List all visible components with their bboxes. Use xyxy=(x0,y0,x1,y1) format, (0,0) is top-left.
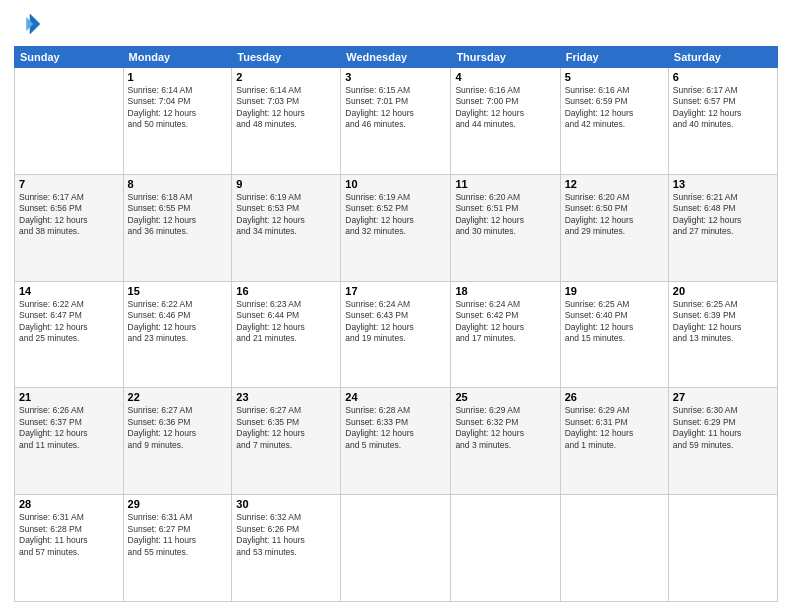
day-number: 3 xyxy=(345,71,446,83)
header xyxy=(14,10,778,38)
day-info: Sunrise: 6:20 AM Sunset: 6:51 PM Dayligh… xyxy=(455,192,555,238)
day-info: Sunrise: 6:25 AM Sunset: 6:39 PM Dayligh… xyxy=(673,299,773,345)
day-number: 10 xyxy=(345,178,446,190)
day-cell: 7Sunrise: 6:17 AM Sunset: 6:56 PM Daylig… xyxy=(15,174,124,281)
day-cell xyxy=(341,495,451,602)
day-number: 27 xyxy=(673,391,773,403)
col-header-saturday: Saturday xyxy=(668,47,777,68)
day-info: Sunrise: 6:21 AM Sunset: 6:48 PM Dayligh… xyxy=(673,192,773,238)
day-info: Sunrise: 6:14 AM Sunset: 7:04 PM Dayligh… xyxy=(128,85,228,131)
day-number: 15 xyxy=(128,285,228,297)
day-cell: 29Sunrise: 6:31 AM Sunset: 6:27 PM Dayli… xyxy=(123,495,232,602)
day-info: Sunrise: 6:22 AM Sunset: 6:47 PM Dayligh… xyxy=(19,299,119,345)
day-cell: 15Sunrise: 6:22 AM Sunset: 6:46 PM Dayli… xyxy=(123,281,232,388)
day-cell: 30Sunrise: 6:32 AM Sunset: 6:26 PM Dayli… xyxy=(232,495,341,602)
day-cell: 19Sunrise: 6:25 AM Sunset: 6:40 PM Dayli… xyxy=(560,281,668,388)
day-cell: 8Sunrise: 6:18 AM Sunset: 6:55 PM Daylig… xyxy=(123,174,232,281)
week-row-3: 14Sunrise: 6:22 AM Sunset: 6:47 PM Dayli… xyxy=(15,281,778,388)
day-number: 20 xyxy=(673,285,773,297)
week-row-1: 1Sunrise: 6:14 AM Sunset: 7:04 PM Daylig… xyxy=(15,68,778,175)
day-cell: 1Sunrise: 6:14 AM Sunset: 7:04 PM Daylig… xyxy=(123,68,232,175)
day-info: Sunrise: 6:18 AM Sunset: 6:55 PM Dayligh… xyxy=(128,192,228,238)
day-cell: 27Sunrise: 6:30 AM Sunset: 6:29 PM Dayli… xyxy=(668,388,777,495)
day-info: Sunrise: 6:16 AM Sunset: 6:59 PM Dayligh… xyxy=(565,85,664,131)
day-number: 25 xyxy=(455,391,555,403)
col-header-thursday: Thursday xyxy=(451,47,560,68)
day-info: Sunrise: 6:25 AM Sunset: 6:40 PM Dayligh… xyxy=(565,299,664,345)
day-cell: 3Sunrise: 6:15 AM Sunset: 7:01 PM Daylig… xyxy=(341,68,451,175)
day-number: 19 xyxy=(565,285,664,297)
day-info: Sunrise: 6:29 AM Sunset: 6:32 PM Dayligh… xyxy=(455,405,555,451)
logo xyxy=(14,10,46,38)
day-info: Sunrise: 6:31 AM Sunset: 6:27 PM Dayligh… xyxy=(128,512,228,558)
day-cell: 5Sunrise: 6:16 AM Sunset: 6:59 PM Daylig… xyxy=(560,68,668,175)
day-info: Sunrise: 6:20 AM Sunset: 6:50 PM Dayligh… xyxy=(565,192,664,238)
day-info: Sunrise: 6:15 AM Sunset: 7:01 PM Dayligh… xyxy=(345,85,446,131)
day-cell: 12Sunrise: 6:20 AM Sunset: 6:50 PM Dayli… xyxy=(560,174,668,281)
day-info: Sunrise: 6:19 AM Sunset: 6:52 PM Dayligh… xyxy=(345,192,446,238)
day-cell xyxy=(668,495,777,602)
day-cell xyxy=(451,495,560,602)
week-row-2: 7Sunrise: 6:17 AM Sunset: 6:56 PM Daylig… xyxy=(15,174,778,281)
col-header-tuesday: Tuesday xyxy=(232,47,341,68)
day-number: 26 xyxy=(565,391,664,403)
day-info: Sunrise: 6:22 AM Sunset: 6:46 PM Dayligh… xyxy=(128,299,228,345)
day-cell: 13Sunrise: 6:21 AM Sunset: 6:48 PM Dayli… xyxy=(668,174,777,281)
week-row-4: 21Sunrise: 6:26 AM Sunset: 6:37 PM Dayli… xyxy=(15,388,778,495)
logo-icon xyxy=(14,10,42,38)
day-info: Sunrise: 6:17 AM Sunset: 6:57 PM Dayligh… xyxy=(673,85,773,131)
day-number: 9 xyxy=(236,178,336,190)
day-cell: 2Sunrise: 6:14 AM Sunset: 7:03 PM Daylig… xyxy=(232,68,341,175)
day-number: 23 xyxy=(236,391,336,403)
day-info: Sunrise: 6:24 AM Sunset: 6:42 PM Dayligh… xyxy=(455,299,555,345)
day-number: 29 xyxy=(128,498,228,510)
day-cell xyxy=(560,495,668,602)
day-number: 28 xyxy=(19,498,119,510)
day-cell: 23Sunrise: 6:27 AM Sunset: 6:35 PM Dayli… xyxy=(232,388,341,495)
day-number: 5 xyxy=(565,71,664,83)
day-info: Sunrise: 6:32 AM Sunset: 6:26 PM Dayligh… xyxy=(236,512,336,558)
day-cell: 6Sunrise: 6:17 AM Sunset: 6:57 PM Daylig… xyxy=(668,68,777,175)
day-cell: 21Sunrise: 6:26 AM Sunset: 6:37 PM Dayli… xyxy=(15,388,124,495)
day-info: Sunrise: 6:14 AM Sunset: 7:03 PM Dayligh… xyxy=(236,85,336,131)
day-info: Sunrise: 6:27 AM Sunset: 6:35 PM Dayligh… xyxy=(236,405,336,451)
day-cell: 24Sunrise: 6:28 AM Sunset: 6:33 PM Dayli… xyxy=(341,388,451,495)
day-info: Sunrise: 6:31 AM Sunset: 6:28 PM Dayligh… xyxy=(19,512,119,558)
day-cell: 14Sunrise: 6:22 AM Sunset: 6:47 PM Dayli… xyxy=(15,281,124,388)
day-cell: 20Sunrise: 6:25 AM Sunset: 6:39 PM Dayli… xyxy=(668,281,777,388)
day-cell: 18Sunrise: 6:24 AM Sunset: 6:42 PM Dayli… xyxy=(451,281,560,388)
day-number: 2 xyxy=(236,71,336,83)
day-number: 8 xyxy=(128,178,228,190)
day-number: 14 xyxy=(19,285,119,297)
day-cell: 16Sunrise: 6:23 AM Sunset: 6:44 PM Dayli… xyxy=(232,281,341,388)
day-info: Sunrise: 6:27 AM Sunset: 6:36 PM Dayligh… xyxy=(128,405,228,451)
day-number: 17 xyxy=(345,285,446,297)
day-cell: 28Sunrise: 6:31 AM Sunset: 6:28 PM Dayli… xyxy=(15,495,124,602)
day-number: 7 xyxy=(19,178,119,190)
day-number: 13 xyxy=(673,178,773,190)
day-info: Sunrise: 6:24 AM Sunset: 6:43 PM Dayligh… xyxy=(345,299,446,345)
col-header-wednesday: Wednesday xyxy=(341,47,451,68)
day-number: 22 xyxy=(128,391,228,403)
day-number: 24 xyxy=(345,391,446,403)
day-number: 21 xyxy=(19,391,119,403)
page: SundayMondayTuesdayWednesdayThursdayFrid… xyxy=(0,0,792,612)
day-number: 12 xyxy=(565,178,664,190)
day-number: 18 xyxy=(455,285,555,297)
day-info: Sunrise: 6:17 AM Sunset: 6:56 PM Dayligh… xyxy=(19,192,119,238)
day-info: Sunrise: 6:29 AM Sunset: 6:31 PM Dayligh… xyxy=(565,405,664,451)
day-number: 6 xyxy=(673,71,773,83)
day-number: 30 xyxy=(236,498,336,510)
day-cell: 26Sunrise: 6:29 AM Sunset: 6:31 PM Dayli… xyxy=(560,388,668,495)
day-number: 16 xyxy=(236,285,336,297)
day-info: Sunrise: 6:16 AM Sunset: 7:00 PM Dayligh… xyxy=(455,85,555,131)
day-info: Sunrise: 6:26 AM Sunset: 6:37 PM Dayligh… xyxy=(19,405,119,451)
day-cell: 22Sunrise: 6:27 AM Sunset: 6:36 PM Dayli… xyxy=(123,388,232,495)
day-cell: 25Sunrise: 6:29 AM Sunset: 6:32 PM Dayli… xyxy=(451,388,560,495)
col-header-sunday: Sunday xyxy=(15,47,124,68)
calendar-table: SundayMondayTuesdayWednesdayThursdayFrid… xyxy=(14,46,778,602)
day-cell xyxy=(15,68,124,175)
header-row: SundayMondayTuesdayWednesdayThursdayFrid… xyxy=(15,47,778,68)
day-number: 4 xyxy=(455,71,555,83)
day-cell: 9Sunrise: 6:19 AM Sunset: 6:53 PM Daylig… xyxy=(232,174,341,281)
